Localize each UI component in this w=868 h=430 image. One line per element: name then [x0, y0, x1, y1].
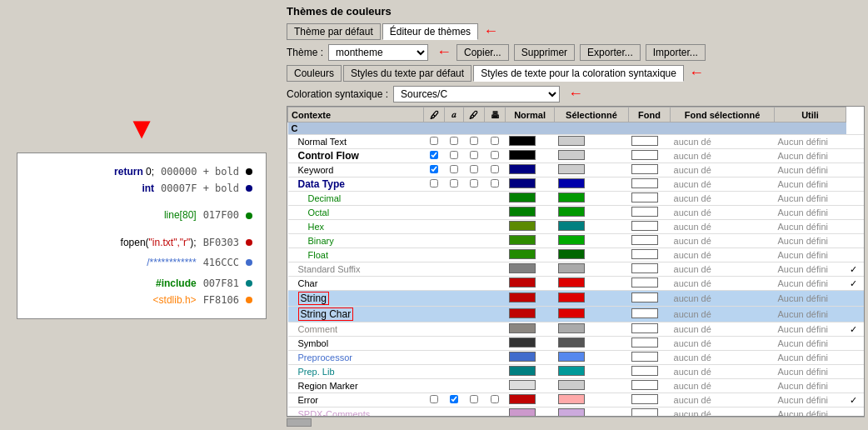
normal-color[interactable] [506, 277, 555, 291]
normal-color[interactable] [506, 291, 555, 307]
sel-color[interactable] [555, 234, 629, 248]
normal-color[interactable] [506, 220, 555, 234]
fond-color[interactable] [628, 365, 670, 379]
fond-color[interactable] [628, 379, 670, 393]
ctx-normal-text: Normal Text [288, 135, 424, 149]
fond-color[interactable] [628, 307, 670, 322]
normal-color[interactable] [506, 135, 555, 149]
sel-color[interactable] [555, 178, 629, 192]
fond-color[interactable] [628, 291, 670, 307]
table-row: Keyword aucun dé Aucun défini [288, 163, 865, 178]
sel-color[interactable] [555, 291, 629, 307]
tab-bar-2: Couleurs Styles du texte par défaut Styl… [287, 64, 865, 82]
syntax-select[interactable]: Sources/C [393, 86, 560, 102]
btn-export[interactable]: Exporter... [580, 44, 641, 61]
fond-color[interactable] [628, 248, 670, 262]
chk3[interactable] [463, 149, 484, 163]
tab-default-text-styles[interactable]: Styles du texte par défaut [343, 65, 471, 82]
chk4[interactable] [485, 393, 506, 408]
sel-color[interactable] [555, 408, 629, 418]
normal-color[interactable] [506, 262, 555, 277]
chk4[interactable] [485, 163, 506, 178]
tab-default-theme[interactable]: Thème par défaut [287, 23, 381, 40]
sel-color[interactable] [555, 206, 629, 220]
btn-delete[interactable]: Supprimer [514, 44, 575, 61]
code-line-fopen: fopen("in.txt","r"); BF0303 [31, 234, 252, 251]
normal-color[interactable] [506, 206, 555, 220]
fond-color[interactable] [628, 206, 670, 220]
normal-color[interactable] [506, 178, 555, 192]
sel-color[interactable] [555, 192, 629, 206]
scrollbar-thumb[interactable] [287, 418, 312, 427]
sel-color[interactable] [555, 307, 629, 322]
normal-color[interactable] [506, 307, 555, 322]
normal-color[interactable] [506, 163, 555, 178]
fond-color[interactable] [628, 337, 670, 351]
fond-color[interactable] [628, 234, 670, 248]
sel-color[interactable] [555, 379, 629, 393]
chk1[interactable] [424, 393, 445, 408]
fond-color[interactable] [628, 220, 670, 234]
chk3[interactable] [463, 393, 484, 408]
normal-color[interactable] [506, 379, 555, 393]
sel-color[interactable] [555, 149, 629, 163]
normal-color[interactable] [506, 351, 555, 365]
fond-color[interactable] [628, 351, 670, 365]
fond-color[interactable] [628, 163, 670, 178]
sel-color[interactable] [555, 393, 629, 408]
sel-color[interactable] [555, 135, 629, 149]
normal-color[interactable] [506, 365, 555, 379]
syntax-table-container[interactable]: Contexte 🖊 𝑎 🖊 🖶 Normal Sélectionné Fond… [287, 106, 865, 417]
fond-color[interactable] [628, 192, 670, 206]
sel-color[interactable] [555, 351, 629, 365]
sel-color[interactable] [555, 248, 629, 262]
sel-color[interactable] [555, 163, 629, 178]
chk2[interactable] [445, 393, 464, 408]
normal-color[interactable] [506, 192, 555, 206]
btn-copy[interactable]: Copier... [456, 44, 509, 61]
fond-color[interactable] [628, 262, 670, 277]
normal-color[interactable] [506, 322, 555, 337]
scrollbar-horizontal[interactable] [287, 417, 865, 427]
fond-color[interactable] [628, 135, 670, 149]
chk2[interactable] [445, 163, 464, 178]
tab-colors[interactable]: Couleurs [287, 65, 342, 82]
sel-color[interactable] [555, 220, 629, 234]
sel-color[interactable] [555, 277, 629, 291]
sel-color[interactable] [555, 322, 629, 337]
chk1[interactable] [424, 135, 445, 149]
chk1[interactable] [424, 163, 445, 178]
normal-color[interactable] [506, 149, 555, 163]
normal-color[interactable] [506, 408, 555, 418]
chk3[interactable] [463, 135, 484, 149]
fond-color[interactable] [628, 178, 670, 192]
dot-stdlib [246, 297, 252, 303]
normal-color[interactable] [506, 234, 555, 248]
chk3[interactable] [463, 178, 484, 192]
fond-color[interactable] [628, 277, 670, 291]
sel-color[interactable] [555, 337, 629, 351]
theme-select[interactable]: montheme [328, 44, 428, 61]
normal-color[interactable] [506, 337, 555, 351]
chk4[interactable] [485, 149, 506, 163]
chk2[interactable] [445, 178, 464, 192]
fond-color[interactable] [628, 393, 670, 408]
chk2[interactable] [445, 149, 464, 163]
normal-color[interactable] [506, 248, 555, 262]
chk1[interactable] [424, 149, 445, 163]
sel-color[interactable] [555, 365, 629, 379]
tab-theme-editor[interactable]: Éditeur de thèmes [382, 23, 478, 40]
fond-color[interactable] [628, 322, 670, 337]
chk3[interactable] [463, 163, 484, 178]
chk4[interactable] [485, 178, 506, 192]
chk2[interactable] [445, 135, 464, 149]
fond-color[interactable] [628, 408, 670, 418]
normal-color[interactable] [506, 393, 555, 408]
chk4[interactable] [485, 135, 506, 149]
table-row: Control Flow aucun dé Aucun défini [288, 149, 865, 163]
chk1[interactable] [424, 178, 445, 192]
btn-import[interactable]: Importer... [646, 44, 706, 61]
sel-color[interactable] [555, 262, 629, 277]
tab-syntax-styles[interactable]: Styles de texte pour la coloration synta… [473, 65, 684, 82]
fond-color[interactable] [628, 149, 670, 163]
